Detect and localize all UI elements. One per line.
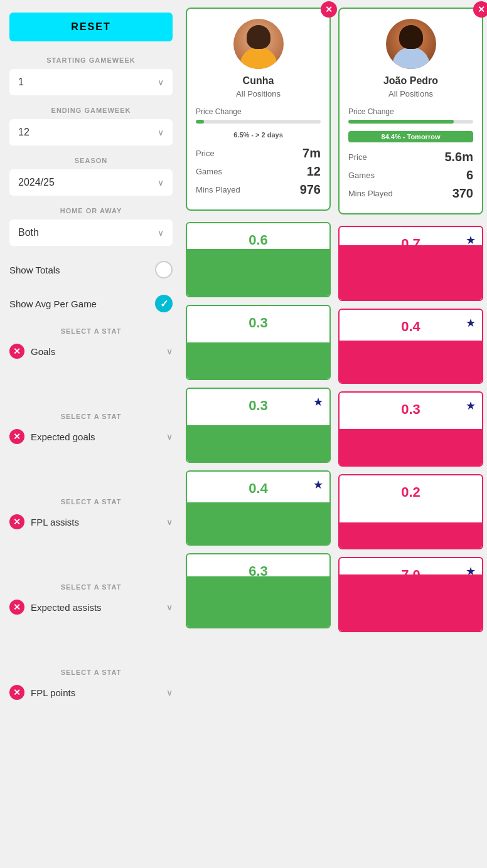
home-or-away-dropdown[interactable]: Both ∨	[9, 220, 173, 246]
starting-gameweek-dropdown[interactable]: 1 ∨	[9, 69, 173, 95]
stat-value-cunha-2: 0.3	[249, 306, 268, 335]
remove-joao-button[interactable]: ✕	[473, 1, 487, 18]
stat-5-value: FPL points	[31, 687, 166, 698]
remove-stat-1-button[interactable]: ✕	[9, 344, 24, 359]
starting-gameweek-value: 1	[18, 77, 24, 88]
mins-label-joao: Mins Played	[348, 189, 393, 198]
games-value-cunha: 12	[307, 164, 321, 179]
show-avg-row: Show Avg Per Game ✓	[9, 291, 173, 316]
stat-bar-cunha-2: 0.3	[186, 305, 331, 380]
chevron-down-icon: ∨	[166, 687, 173, 697]
home-or-away-section: HOME OR AWAY Both ∨	[9, 207, 173, 246]
ending-gameweek-value: 12	[18, 127, 29, 138]
remove-stat-5-button[interactable]: ✕	[9, 685, 24, 700]
stat-value-joao-3: 0.3	[401, 393, 420, 421]
stat-selector-3: SELECT A STAT ✕ FPL assists ∨	[9, 498, 173, 534]
home-or-away-label: HOME OR AWAY	[9, 207, 173, 214]
stat-value-cunha-5: 6.3	[249, 554, 268, 583]
remove-cunha-button[interactable]: ✕	[321, 1, 337, 18]
stat-value-cunha-4: 0.4	[249, 472, 268, 500]
remove-stat-3-button[interactable]: ✕	[9, 514, 24, 529]
select-stat-label-2: SELECT A STAT	[9, 413, 173, 420]
avatar-cunha	[233, 19, 284, 69]
stat-value-joao-4: 0.2	[401, 475, 420, 504]
games-label-cunha: Games	[196, 167, 222, 176]
select-stat-label-4: SELECT A STAT	[9, 583, 173, 591]
star-icon-joao-3: ★	[466, 399, 476, 413]
stat-bar-fill-joao-4	[340, 522, 482, 548]
show-totals-row: Show Totals	[9, 257, 173, 282]
player-name-cunha: Cunha	[196, 75, 321, 87]
star-icon-cunha-3: ★	[313, 395, 323, 409]
chevron-down-icon: ∨	[158, 127, 164, 137]
stat-4-value: Expected assists	[31, 602, 166, 613]
stat-value-joao-5: 7.0	[401, 558, 420, 587]
price-value-joao: 5.6m	[444, 150, 473, 164]
stat-2-value: Expected goals	[31, 431, 166, 442]
stat-bar-fill-cunha-5	[187, 576, 329, 627]
stat-selector-2: SELECT A STAT ✕ Expected goals ∨	[9, 413, 173, 449]
price-row-cunha: Price 7m	[196, 146, 321, 161]
price-change-fill-cunha	[196, 120, 204, 124]
season-dropdown[interactable]: 2024/25 ∨	[9, 169, 173, 196]
show-avg-label: Show Avg Per Game	[9, 299, 97, 309]
avatar-joao	[386, 19, 436, 69]
close-icon: ✕	[13, 346, 21, 356]
games-label-joao: Games	[348, 171, 375, 180]
stat-selector-5: SELECT A STAT ✕ FPL points ∨	[9, 669, 173, 705]
show-totals-toggle[interactable]	[155, 261, 173, 278]
stat-bar-cunha-1: 0.6	[186, 222, 331, 297]
close-icon: ✕	[13, 687, 21, 697]
price-value-cunha: 7m	[302, 146, 321, 161]
stat-selector-1: SELECT A STAT ✕ Goals ∨	[9, 327, 173, 364]
player-name-joao: João Pedro	[348, 75, 473, 87]
games-row-cunha: Games 12	[196, 164, 321, 179]
chevron-down-icon: ∨	[166, 431, 173, 442]
season-label: SEASON	[9, 157, 173, 164]
chevron-down-icon: ∨	[158, 177, 164, 188]
stat-value-cunha-3: 0.3	[249, 389, 268, 418]
select-stat-label-5: SELECT A STAT	[9, 669, 173, 676]
stat-bar-fill-joao-3	[340, 429, 482, 465]
close-icon: ✕	[13, 517, 21, 527]
player-card-joao: ✕ João Pedro All Positions Price Change …	[338, 8, 483, 214]
price-change-text-cunha: 6.5% - > 2 days	[196, 131, 321, 139]
close-icon: ✕	[325, 4, 333, 14]
stat-bar-cunha-3: ★ 0.3	[186, 388, 331, 463]
stat-1-value: Goals	[31, 346, 166, 357]
stat-value-cunha-1: 0.6	[249, 223, 268, 252]
star-icon-joao-2: ★	[466, 316, 476, 330]
stat-bar-fill-cunha-1	[187, 249, 329, 296]
stat-bar-joao-4: 0.2	[338, 474, 483, 549]
chevron-down-icon: ∨	[158, 228, 164, 238]
player-columns: ✕ Cunha All Positions Price Change 6.5% …	[182, 0, 487, 868]
star-icon-cunha-4: ★	[313, 478, 323, 492]
price-change-label-joao: Price Change	[348, 107, 473, 116]
stat-bar-fill-cunha-2	[187, 342, 329, 379]
stat-value-joao-1: 0.7	[401, 227, 420, 256]
ending-gameweek-section: ENDING GAMEWEEK 12 ∨	[9, 107, 173, 146]
stat-selector-4: SELECT A STAT ✕ Expected assists ∨	[9, 583, 173, 620]
mins-row-cunha: Mins Played 976	[196, 183, 321, 197]
show-avg-toggle[interactable]: ✓	[155, 295, 173, 312]
sidebar: RESET STARTING GAMEWEEK 1 ∨ ENDING GAMEW…	[0, 0, 182, 868]
remove-stat-4-button[interactable]: ✕	[9, 600, 24, 615]
players-area: ✕ Cunha All Positions Price Change 6.5% …	[182, 0, 487, 868]
mins-value-joao: 370	[452, 186, 473, 201]
select-stat-label-3: SELECT A STAT	[9, 498, 173, 505]
reset-button[interactable]: RESET	[9, 13, 173, 41]
stat-bar-fill-cunha-3	[187, 425, 329, 462]
stat-3-value: FPL assists	[31, 517, 166, 527]
starting-gameweek-section: STARTING GAMEWEEK 1 ∨	[9, 56, 173, 95]
stat-bar-fill-cunha-4	[187, 502, 329, 544]
player-position-joao: All Positions	[348, 89, 473, 98]
price-label-cunha: Price	[196, 149, 215, 158]
stat-bar-cunha-5: 6.3	[186, 553, 331, 628]
season-section: SEASON 2024/25 ∨	[9, 157, 173, 196]
stat-bar-joao-3: ★ 0.3	[338, 391, 483, 467]
remove-stat-2-button[interactable]: ✕	[9, 429, 24, 444]
stat-bar-joao-2: ★ 0.4	[338, 309, 483, 384]
ending-gameweek-dropdown[interactable]: 12 ∨	[9, 119, 173, 146]
check-icon: ✓	[160, 298, 168, 310]
chevron-down-icon: ∨	[166, 517, 173, 527]
